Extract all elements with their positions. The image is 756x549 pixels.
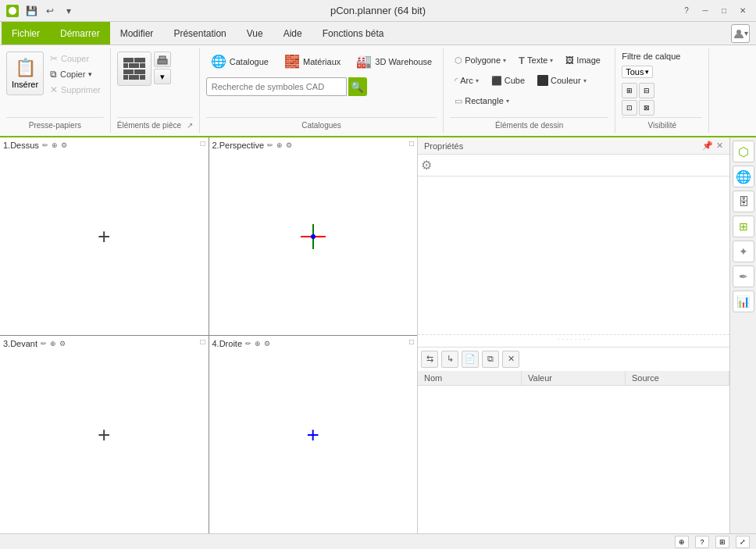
props-action-2[interactable]: ↳: [441, 351, 458, 368]
status-help-btn[interactable]: ?: [695, 536, 709, 548]
menu-modifier[interactable]: Modifier: [110, 22, 164, 45]
props-action-5[interactable]: ✕: [502, 351, 519, 368]
rectangle-icon: ▭: [455, 96, 462, 106]
texte-button[interactable]: T Texte ▾: [514, 52, 558, 69]
warehouse-button[interactable]: 🏭 3D Warehouse: [351, 52, 437, 71]
sidebar-pen-icon[interactable]: ✒: [733, 266, 754, 287]
props-pin-icon[interactable]: 📌: [702, 141, 713, 151]
ep-expand[interactable]: ↗: [187, 121, 193, 130]
brick-icon: [122, 56, 147, 81]
ribbon-group-visibilite: Filtre de calque Tous ▾ ⊞ ⊟ ⊡ ⊠ Visibili…: [615, 48, 709, 133]
viewport-2-settings-icon[interactable]: ⚙: [286, 141, 292, 149]
viewport-4-edit-icon[interactable]: ✏: [245, 340, 251, 348]
viewport-2-perspective[interactable]: 2.Perspective ✏ ⊕ ⚙ □: [209, 137, 418, 335]
props-action-3[interactable]: 📄: [462, 351, 479, 368]
sidebar-layers-icon[interactable]: ⊞: [733, 216, 754, 237]
elem-sm-dropdown[interactable]: ▾: [154, 69, 171, 84]
viewport-3-devant[interactable]: 3.Devant ✏ ⊕ ⚙ □: [0, 336, 209, 533]
catalogue-button[interactable]: 🌐 Catalogue: [206, 52, 273, 71]
undo-button[interactable]: ↩: [42, 3, 58, 19]
status-grid-btn[interactable]: ⊞: [715, 536, 729, 548]
user-button[interactable]: ▾: [731, 24, 750, 43]
help-button[interactable]: ?: [679, 5, 694, 17]
viewport-3-settings-icon[interactable]: ⚙: [59, 340, 66, 348]
copier-button[interactable]: ⧉ Copier ▾: [47, 67, 104, 81]
viewport-3-target-icon[interactable]: ⊕: [50, 340, 56, 348]
quick-access-dropdown[interactable]: ▾: [61, 3, 77, 19]
rectangle-button[interactable]: ▭ Rectangle ▾: [450, 92, 514, 109]
couleur-dropdown: ▾: [583, 77, 587, 84]
couleur-button[interactable]: Couleur ▾: [533, 72, 591, 89]
tous-arrow: ▾: [645, 68, 649, 76]
insert-button[interactable]: 📋 Insérer: [6, 52, 44, 95]
polygone-icon: ⬡: [455, 55, 462, 66]
cube-icon: ⬛: [491, 76, 502, 86]
couper-button[interactable]: ✂ Couper: [47, 52, 104, 66]
save-button[interactable]: 💾: [23, 3, 39, 19]
menu-demarrer[interactable]: Démarrer: [50, 22, 110, 45]
viewport-2-target-icon[interactable]: ⊕: [276, 141, 283, 149]
viewport-3-edit-icon[interactable]: ✏: [41, 340, 47, 348]
tous-value: Tous: [626, 67, 644, 77]
menu-fichier[interactable]: Fichier: [2, 22, 50, 45]
props-title: Propriétés: [424, 141, 463, 151]
texte-icon: T: [519, 55, 525, 66]
props-header-icons: 📌 ✕: [702, 141, 723, 151]
menu-fonctions-beta[interactable]: Fonctions béta: [312, 22, 394, 45]
props-gear-icon[interactable]: ⚙: [421, 158, 432, 173]
materiaux-button[interactable]: 🧱 Matériaux: [280, 52, 345, 71]
menu-presentation[interactable]: Présentation: [163, 22, 236, 45]
close-button[interactable]: ✕: [736, 5, 750, 17]
ribbon-group-catalogues: 🌐 Catalogue 🧱 Matériaux 🏭 3D Warehouse 🔍: [200, 48, 444, 133]
maximize-button[interactable]: □: [717, 5, 731, 17]
wall-button[interactable]: [117, 52, 152, 86]
cube-button[interactable]: ⬛ Cube: [487, 72, 530, 89]
props-close-icon[interactable]: ✕: [716, 141, 723, 151]
viewport-4-target-icon[interactable]: ⊕: [255, 340, 261, 348]
menu-vue[interactable]: Vue: [237, 22, 273, 45]
polygone-button[interactable]: ⬡ Polygone ▾: [450, 52, 511, 69]
status-crosshair-btn[interactable]: ⊕: [675, 536, 689, 548]
elem-sm-1[interactable]: [154, 52, 171, 67]
vis-icon-1[interactable]: ⊞: [622, 83, 637, 98]
viewport-1-settings-icon[interactable]: ⚙: [61, 141, 67, 149]
viewport-2-edit-icon[interactable]: ✏: [267, 141, 273, 149]
vis-icon-4[interactable]: ⊠: [639, 100, 654, 116]
supprimer-button[interactable]: ✕ Supprimer: [47, 83, 104, 97]
app-icon: [6, 5, 19, 17]
cat-search-area: 🔍: [206, 77, 367, 96]
viewport-4-droite[interactable]: 4.Droite ✏ ⊕ ⚙ □ +: [209, 336, 418, 533]
viewport-1-target-icon[interactable]: ⊕: [52, 141, 58, 149]
sidebar-star-icon[interactable]: ✦: [733, 241, 754, 262]
menu-right: ▾: [731, 22, 754, 45]
sidebar-storage-icon[interactable]: 🗄: [733, 191, 754, 212]
viewports: 1.Dessus ✏ ⊕ ⚙ □ 2.Perspective ✏ ⊕ ⚙ □: [0, 137, 417, 533]
vis-icon-2[interactable]: ⊟: [639, 83, 654, 98]
search-button[interactable]: 🔍: [348, 77, 367, 96]
minimize-button[interactable]: ─: [698, 5, 712, 17]
props-action-4[interactable]: ⧉: [482, 351, 499, 368]
viewport-1-dessus[interactable]: 1.Dessus ✏ ⊕ ⚙ □: [0, 137, 209, 335]
tous-dropdown[interactable]: Tous ▾: [622, 66, 653, 78]
arc-button[interactable]: ◜ Arc ▾: [450, 72, 483, 89]
viewport-4-settings-icon[interactable]: ⚙: [264, 340, 270, 348]
sidebar-3d-icon[interactable]: ⬡: [733, 141, 754, 162]
props-action-1[interactable]: ⇆: [421, 351, 438, 368]
sidebar-chart-icon[interactable]: 📊: [733, 291, 754, 312]
image-button[interactable]: 🖼 Image: [561, 52, 605, 69]
status-expand-btn[interactable]: ⤢: [736, 536, 750, 548]
viewport-3-title: 3.Devant: [3, 339, 37, 348]
viewport-4-header: 4.Droite ✏ ⊕ ⚙: [212, 339, 415, 348]
viewport-1-crosshair: [98, 226, 110, 248]
catalogue-buttons: 🌐 Catalogue 🧱 Matériaux 🏭 3D Warehouse: [206, 52, 437, 71]
sidebar-globe-icon[interactable]: 🌐: [733, 166, 754, 187]
viewport-1-edit-icon[interactable]: ✏: [42, 141, 48, 149]
search-input[interactable]: [206, 77, 347, 96]
menu-aide[interactable]: Aide: [273, 22, 312, 45]
crosshair-black-1: [98, 226, 110, 248]
title-bar: 💾 ↩ ▾ pCon.planner (64 bit) ? ─ □ ✕: [0, 0, 756, 22]
status-bar: ⊕ ? ⊞ ⤢: [0, 533, 756, 549]
vis-icon-3[interactable]: ⊡: [622, 100, 637, 116]
pp-group-label: Presse-papiers: [6, 117, 104, 130]
tous-row: Tous ▾: [622, 66, 653, 78]
